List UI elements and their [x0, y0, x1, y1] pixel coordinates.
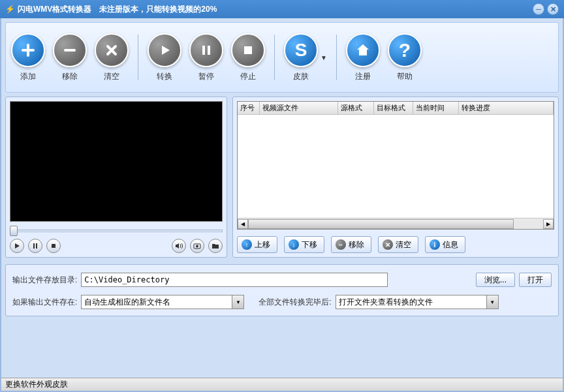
col-src-fmt[interactable]: 源格式 [338, 102, 374, 114]
camera-icon [193, 243, 201, 249]
svg-rect-3 [33, 243, 35, 249]
x-icon [104, 42, 119, 58]
output-dir-input[interactable] [81, 273, 388, 287]
svg-rect-5 [52, 244, 55, 248]
skin-button[interactable]: S 皮肤 [284, 33, 318, 82]
preview-panel [5, 97, 227, 258]
pause-icon [32, 243, 39, 249]
close-button[interactable]: ✕ [547, 3, 559, 15]
toolbar-separator [336, 35, 337, 80]
title-bar: ⚡ 闪电WMV格式转换器 未注册版本，只能转换视频的20% ─ ✕ [0, 0, 564, 18]
snapshot-button[interactable] [190, 239, 204, 253]
home-icon [354, 42, 371, 59]
info-icon: i [430, 239, 440, 250]
col-seq[interactable]: 序号 [238, 102, 260, 114]
list-remove-button[interactable]: −移除 [331, 236, 371, 253]
play-icon [157, 42, 172, 58]
x-icon: ✕ [383, 239, 393, 250]
stop-icon [240, 42, 256, 58]
scroll-right-arrow[interactable]: ▶ [543, 219, 554, 229]
volume-button[interactable] [172, 239, 186, 253]
col-cur-time[interactable]: 当前时间 [413, 102, 459, 114]
status-bar: 更换软件外观皮肤 [1, 378, 563, 391]
folder-button[interactable] [208, 239, 223, 253]
horizontal-scrollbar[interactable]: ◀ ▶ [238, 218, 554, 229]
exists-label: 如果输出文件存在: [12, 297, 77, 308]
svg-rect-4 [36, 243, 37, 249]
col-tgt-fmt[interactable]: 目标格式 [374, 102, 413, 114]
list-clear-button[interactable]: ✕清空 [378, 236, 418, 253]
pause-icon [198, 42, 214, 58]
toolbar-separator [274, 35, 275, 80]
col-source[interactable]: 视频源文件 [260, 102, 338, 114]
skin-icon: S [295, 40, 307, 61]
app-icon: ⚡ [5, 5, 15, 14]
seek-slider[interactable] [10, 226, 223, 236]
move-down-button[interactable]: ↓下移 [284, 236, 324, 253]
pause-media-button[interactable] [28, 239, 42, 253]
stop-media-button[interactable] [46, 239, 61, 253]
video-preview [10, 101, 223, 222]
convert-button[interactable]: 转换 [148, 33, 181, 82]
file-table: 序号 视频源文件 源格式 目标格式 当前时间 转换进度 ◀ ▶ [237, 101, 554, 230]
svg-rect-1 [208, 46, 210, 55]
table-body[interactable] [238, 115, 554, 218]
speaker-icon [175, 243, 183, 249]
plus-icon [20, 42, 36, 58]
minimize-button[interactable]: ─ [533, 3, 544, 15]
move-up-button[interactable]: ↑上移 [237, 236, 277, 253]
scroll-left-arrow[interactable]: ◀ [238, 219, 248, 229]
arrow-down-icon: ↓ [289, 239, 299, 250]
seek-thumb[interactable] [10, 226, 18, 236]
open-folder-button[interactable]: 打开 [519, 273, 552, 287]
folder-icon [212, 243, 219, 249]
svg-rect-2 [244, 46, 252, 54]
exists-combo[interactable]: 自动生成相应的新文件名 ▼ [81, 295, 244, 309]
stop-button[interactable]: 停止 [231, 33, 265, 82]
pause-button[interactable]: 暂停 [189, 33, 223, 82]
clear-button[interactable]: 清空 [95, 33, 129, 82]
play-icon [14, 243, 20, 249]
output-settings-panel: 输出文件存放目录: 浏览... 打开 如果输出文件存在: 自动生成相应的新文件名… [5, 264, 559, 316]
svg-rect-0 [202, 46, 205, 55]
info-button[interactable]: i信息 [425, 236, 465, 253]
register-button[interactable]: 注册 [346, 33, 380, 82]
skin-dropdown-arrow[interactable]: ▼ [321, 54, 327, 61]
output-dir-label: 输出文件存放目录: [12, 275, 77, 286]
toolbar-separator [138, 35, 138, 80]
main-toolbar: 添加 移除 清空 转换 暂停 停止 S 皮肤 ▼ [5, 22, 559, 93]
app-title: 闪电WMV格式转换器 [18, 4, 91, 15]
scroll-thumb[interactable] [248, 219, 514, 229]
status-text: 更换软件外观皮肤 [5, 379, 68, 390]
question-icon: ? [399, 39, 411, 61]
minus-icon [62, 42, 78, 58]
help-button[interactable]: ? 帮助 [388, 33, 422, 82]
remove-button[interactable]: 移除 [53, 33, 87, 82]
svg-point-7 [196, 245, 198, 248]
browse-button[interactable]: 浏览... [476, 273, 515, 287]
done-combo[interactable]: 打开文件夹查看转换的文件 ▼ [336, 295, 499, 309]
add-button[interactable]: 添加 [11, 33, 45, 82]
chevron-down-icon: ▼ [232, 295, 243, 309]
col-progress[interactable]: 转换进度 [459, 102, 554, 114]
minus-icon: − [336, 239, 346, 250]
unregistered-note: 未注册版本，只能转换视频的20% [99, 4, 217, 15]
file-list-panel: 序号 视频源文件 源格式 目标格式 当前时间 转换进度 ◀ ▶ ↑上移 ↓下移 … [232, 97, 559, 258]
arrow-up-icon: ↑ [242, 239, 252, 250]
chevron-down-icon: ▼ [486, 295, 498, 309]
done-label: 全部文件转换完毕后: [258, 297, 331, 308]
stop-icon [50, 243, 57, 249]
play-media-button[interactable] [10, 239, 24, 253]
